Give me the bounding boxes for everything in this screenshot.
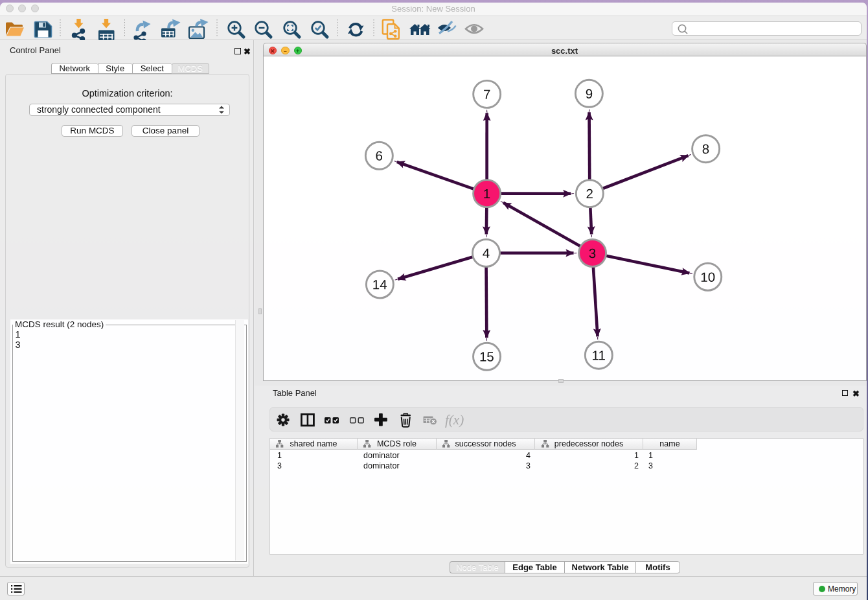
- svg-text:3: 3: [588, 246, 595, 261]
- svg-text:8: 8: [702, 142, 709, 157]
- svg-text:9: 9: [585, 87, 592, 102]
- svg-text:6: 6: [375, 149, 382, 164]
- svg-text:f(x): f(x): [445, 412, 464, 428]
- svg-text:14: 14: [372, 277, 387, 292]
- svg-text:15: 15: [479, 350, 494, 365]
- svg-text:4: 4: [482, 246, 489, 261]
- svg-text:11: 11: [591, 349, 605, 363]
- svg-text:10: 10: [700, 270, 715, 285]
- svg-text:2: 2: [586, 187, 593, 202]
- svg-text:1: 1: [483, 187, 490, 202]
- svg-text:7: 7: [483, 87, 490, 102]
